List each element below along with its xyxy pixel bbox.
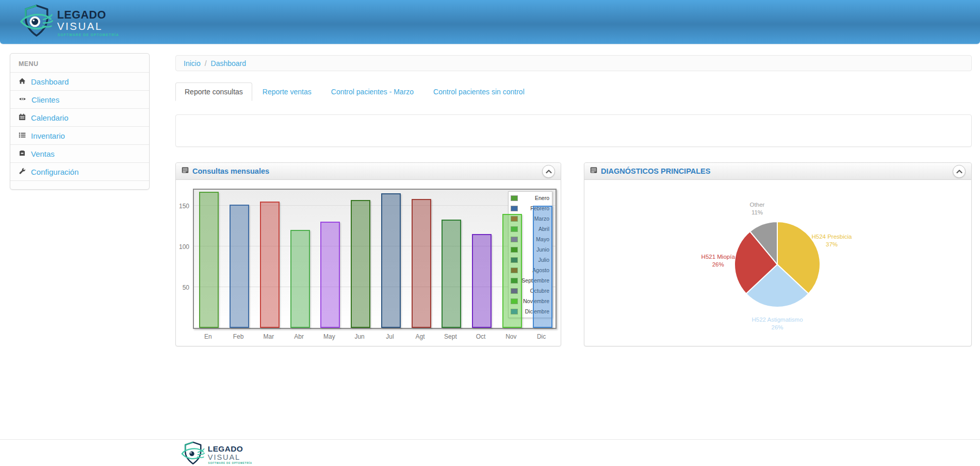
bar-octubre <box>472 234 492 328</box>
wrench-icon <box>19 168 26 176</box>
sidebar-item-label: Calendario <box>31 113 69 122</box>
tab-control-pacientes-marzo[interactable]: Control pacientes - Marzo <box>322 82 423 101</box>
sidebar-items: DashboardClientesCalendarioInventarioVen… <box>10 72 149 180</box>
consultas-collapse-button[interactable] <box>542 165 555 178</box>
diagnosticos-panel-title: DIAGNÓSTICOS PRINCIPALES <box>601 167 710 175</box>
breadcrumb-separator: / <box>205 59 207 68</box>
y-axis-tick-50: 50 <box>176 284 189 291</box>
sidebar-menu: MENU DashboardClientesCalendarioInventar… <box>10 53 150 190</box>
x-axis-tick-abr: Abr <box>284 333 314 340</box>
pie-label-h521-miopia: H521 Miopía <box>701 254 736 260</box>
x-axis-tick-sept: Sept <box>435 333 466 340</box>
x-axis-tick-mar: Mar <box>254 333 284 340</box>
bar-junio <box>351 200 370 328</box>
consultas-panel-header: Consultas mensuales <box>176 163 561 180</box>
page-footer: LEGADO VISUAL SOFTWARE DE OPTOMETRÍA <box>0 439 980 466</box>
bar-julio <box>381 193 401 328</box>
sidebar-item-calendario[interactable]: Calendario <box>10 108 149 126</box>
x-axis-tick-dic: Dic <box>526 333 557 340</box>
pie-label-h522-astigmatismo: H522 Astigmatismo <box>752 317 803 323</box>
sidebar-item-label: Clientes <box>31 95 59 104</box>
pie-label-h522-astigmatismo-pct: 26% <box>771 324 783 330</box>
sidebar-footer-spacer <box>10 180 149 189</box>
tab-reporte-ventas[interactable]: Reporte ventas <box>253 82 321 101</box>
x-axis-tick-feb: Feb <box>223 333 254 340</box>
sidebar-item-label: Configuración <box>31 168 79 176</box>
x-axis-tick-agt: Agt <box>405 333 435 340</box>
sidebar-item-ventas[interactable]: Ventas <box>10 144 149 162</box>
chevron-up-icon <box>956 167 962 176</box>
y-axis-tick-150: 150 <box>176 203 189 210</box>
sidebar-item-inventario[interactable]: Inventario <box>10 126 149 144</box>
bar-febrero <box>230 205 249 328</box>
tab-control-pacientes-sin-control[interactable]: Control pacientes sin control <box>424 82 534 101</box>
x-axis-tick-jul: Jul <box>375 333 405 340</box>
eye-shield-icon <box>182 442 204 464</box>
pie-label-other: Other <box>750 202 765 208</box>
legend-row-enero: Enero <box>511 193 549 203</box>
eye-shield-icon <box>21 6 52 36</box>
legend-swatch-enero <box>511 195 518 201</box>
sidebar-item-dashboard[interactable]: Dashboard <box>10 72 149 90</box>
list-alt-icon <box>182 167 189 176</box>
legado-visual-footer-logo: LEGADO VISUAL SOFTWARE DE OPTOMETRÍA <box>181 441 259 465</box>
bar-diciembre <box>533 206 552 328</box>
list-icon <box>19 131 26 140</box>
box-icon <box>19 149 26 158</box>
consultas-mensuales-panel: Consultas mensuales EneroFebreroMarzoAbr… <box>175 162 561 346</box>
sidebar-item-label: Inventario <box>31 131 65 140</box>
chevron-up-icon <box>546 167 552 176</box>
bar-chart-plot-area: EneroFebreroMarzoAbrilMayoJunioJulioAgos… <box>193 189 557 329</box>
x-axis-tick-oct: Oct <box>466 333 496 340</box>
eye-icon <box>19 95 26 104</box>
x-axis-tick-may: May <box>314 333 345 340</box>
x-axis-tick-jun: Jun <box>345 333 375 340</box>
pie-label-h524-presbicia: H524 Presbicia <box>812 234 853 240</box>
bar-abril <box>290 230 310 328</box>
diagnosticos-panel-header: DIAGNÓSTICOS PRINCIPALES <box>584 163 971 180</box>
list-alt-icon <box>590 167 597 176</box>
legend-swatch-febrero <box>511 206 518 211</box>
diagnosticos-pie-chart: H524 Presbicia37%H522 Astigmatismo26%H52… <box>584 180 971 346</box>
top-header-bar: LEGADO VISUAL SOFTWARE DE OPTOMETRÍA <box>0 0 980 44</box>
sidebar-item-label: Ventas <box>31 149 55 158</box>
bar-septiembre <box>442 220 461 328</box>
report-tabs: Reporte consultasReporte ventasControl p… <box>175 82 535 101</box>
pie-label-h524-presbicia-pct: 37% <box>826 241 838 247</box>
consultas-bar-chart: EneroFebreroMarzoAbrilMayoJunioJulioAgos… <box>176 180 561 346</box>
logo-tagline: SOFTWARE DE OPTOMETRÍA <box>58 32 119 37</box>
sidebar-item-configuracion[interactable]: Configuración <box>10 162 149 180</box>
footer-logo-name: LEGADO <box>208 444 243 453</box>
bar-marzo <box>260 202 280 328</box>
legado-visual-logo: LEGADO VISUAL SOFTWARE DE OPTOMETRÍA <box>20 4 128 38</box>
sidebar-menu-title: MENU <box>10 54 149 72</box>
consultas-panel-title: Consultas mensuales <box>192 167 269 175</box>
bar-mayo <box>320 222 340 328</box>
diagnosticos-principales-panel: DIAGNÓSTICOS PRINCIPALES H524 Presbicia3… <box>584 162 972 346</box>
tab-reporte-consultas[interactable]: Reporte consultas <box>175 82 252 101</box>
legend-label: Enero <box>520 195 549 201</box>
breadcrumb-current[interactable]: Dashboard <box>211 59 247 68</box>
sidebar-item-label: Dashboard <box>31 77 69 86</box>
bar-agosto <box>412 199 431 328</box>
breadcrumb: Inicio / Dashboard <box>175 55 972 71</box>
home-icon <box>19 77 26 86</box>
x-axis-tick-nov: Nov <box>496 333 527 340</box>
tab-content-empty-panel <box>175 114 972 147</box>
logo-name: LEGADO <box>57 9 106 21</box>
pie-chart-svg: H524 Presbicia37%H522 Astigmatismo26%H52… <box>584 180 972 346</box>
diagnosticos-collapse-button[interactable] <box>953 165 966 178</box>
footer-logo-name2: VISUAL <box>208 453 240 461</box>
breadcrumb-home-link[interactable]: Inicio <box>184 59 201 68</box>
calendar-icon <box>19 113 26 122</box>
bar-noviembre <box>502 214 522 328</box>
pie-label-other-pct: 11% <box>752 209 763 215</box>
logo-name2: VISUAL <box>57 20 103 32</box>
sidebar-item-clientes[interactable]: Clientes <box>10 90 149 108</box>
pie-label-h521-miopia-pct: 26% <box>712 261 724 268</box>
y-axis-tick-100: 100 <box>176 243 189 251</box>
x-axis-tick-en: En <box>193 333 223 340</box>
bar-enero <box>199 192 219 328</box>
footer-logo-tagline: SOFTWARE DE OPTOMETRÍA <box>208 461 252 464</box>
